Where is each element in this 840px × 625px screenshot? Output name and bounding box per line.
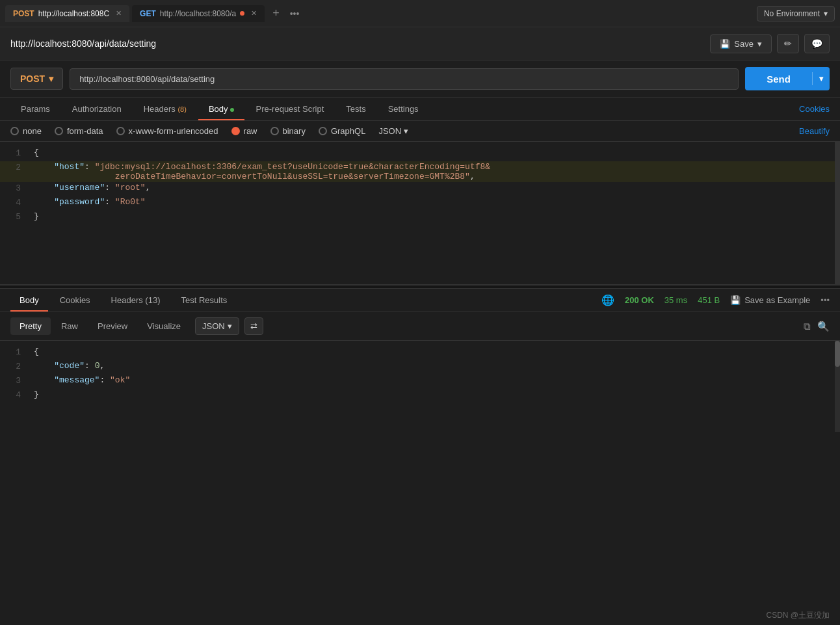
resp-preview-label: Preview (98, 321, 127, 331)
request-tabs: Params Authorization Headers (8) Body Pr… (0, 98, 840, 121)
resp-line-2: 2 "code": 0, (0, 360, 840, 375)
wrap-icon: ⇄ (250, 321, 257, 331)
line-num-2: 2 (0, 162, 31, 172)
resp-code-1: { (31, 347, 840, 356)
send-button[interactable]: Send ▾ (745, 67, 830, 90)
response-format-label: JSON (202, 321, 225, 331)
tab-params[interactable]: Params (10, 98, 60, 120)
tab-authorization-label: Authorization (72, 104, 122, 114)
resp-pretty-tab[interactable]: Pretty (10, 317, 51, 335)
tab-pre-request-label: Pre-request Script (256, 104, 324, 114)
code-content-3: "username": "root", (31, 183, 840, 193)
response-size: 451 B (698, 295, 720, 305)
editor-scrollbar[interactable] (835, 142, 840, 284)
tab-pre-request[interactable]: Pre-request Script (246, 98, 335, 120)
save-chevron: ▾ (757, 39, 762, 49)
tab-get-dot (240, 11, 244, 16)
response-toolbar: Pretty Raw Preview Visualize JSON ▾ ⇄ ⧉ … (0, 312, 840, 341)
code-line-4: 4 "password": "Ro0t" (0, 196, 840, 211)
option-binary-label: binary (283, 126, 306, 136)
resp-tab-body[interactable]: Body (10, 289, 48, 312)
resp-code-4: } (31, 390, 840, 399)
code-line-5: 5 } (0, 211, 840, 225)
radio-raw (231, 127, 240, 135)
resp-preview-tab[interactable]: Preview (88, 317, 137, 335)
tab-headers[interactable]: Headers (8) (133, 98, 197, 120)
resp-tab-test-results[interactable]: Test Results (172, 289, 236, 312)
url-bar-actions: 💾 Save ▾ ✏ 💬 (710, 34, 830, 53)
tab-tests-label: Tests (346, 104, 365, 114)
more-tabs-button[interactable]: ••• (287, 8, 302, 19)
tab-bar-right: No Environment ▾ (757, 6, 835, 21)
tab-get-close[interactable]: ✕ (251, 9, 257, 18)
resp-tab-headers-label: Headers (13) (111, 295, 161, 305)
footer-text: CSDN @土豆没加 (766, 611, 830, 620)
new-tab-button[interactable]: + (267, 7, 285, 20)
comment-button[interactable]: 💬 (804, 34, 830, 53)
resp-raw-tab[interactable]: Raw (52, 317, 87, 335)
copy-response-button[interactable]: ⧉ (804, 321, 811, 332)
environment-selector[interactable]: No Environment ▾ (757, 6, 835, 21)
resp-line-3: 3 "message": "ok" (0, 375, 840, 389)
option-graphql[interactable]: GraphQL (319, 126, 365, 136)
option-binary[interactable]: binary (270, 126, 306, 136)
radio-form-data (55, 127, 63, 135)
option-none-label: none (23, 126, 42, 136)
resp-line-4: 4 } (0, 389, 840, 403)
method-url-row: POST ▾ http://localhost:8080/api/data/se… (0, 60, 840, 98)
tab-post-url: http://localhost:808C (38, 9, 109, 18)
resp-tab-headers[interactable]: Headers (13) (102, 289, 170, 312)
resp-pretty-label: Pretty (20, 321, 42, 331)
resp-code-3: "message": "ok" (31, 375, 840, 385)
tab-settings-label: Settings (388, 104, 419, 114)
tab-authorization[interactable]: Authorization (62, 98, 132, 120)
option-x-www[interactable]: x-www-form-urlencoded (116, 126, 218, 136)
tab-get-url: http://localhost:8080/a (160, 9, 236, 18)
edit-button[interactable]: ✏ (777, 34, 799, 53)
resp-tab-cookies[interactable]: Cookies (51, 289, 99, 312)
response-wrap-button[interactable]: ⇄ (244, 317, 263, 335)
resp-tab-body-label: Body (20, 295, 39, 305)
resp-visualize-label: Visualize (147, 321, 181, 331)
body-format-selector[interactable]: JSON ▾ (378, 126, 408, 136)
tab-tests[interactable]: Tests (335, 98, 376, 120)
code-line-1: 1 { (0, 147, 840, 161)
resp-visualize-tab[interactable]: Visualize (138, 317, 190, 335)
resp-line-num-2: 2 (0, 361, 31, 371)
cookies-link[interactable]: Cookies (799, 104, 830, 114)
tab-post-close[interactable]: ✕ (116, 9, 122, 18)
tab-get[interactable]: GET http://localhost:8080/a ✕ (132, 5, 265, 22)
save-example-button[interactable]: 💾 Save as Example (730, 295, 810, 305)
code-line-3: 3 "username": "root", (0, 182, 840, 196)
request-body-editor[interactable]: 1 { 2 "host": "jdbc:mysql://localhost:33… (0, 142, 840, 285)
option-raw[interactable]: raw (231, 126, 257, 136)
response-format-chevron: ▾ (228, 321, 232, 331)
response-format-selector[interactable]: JSON ▾ (195, 317, 239, 335)
tab-body[interactable]: Body (198, 98, 244, 120)
code-content-4: "password": "Ro0t" (31, 197, 840, 207)
option-form-data[interactable]: form-data (55, 126, 103, 136)
tab-post-method: POST (13, 9, 34, 18)
resp-line-num-3: 3 (0, 375, 31, 386)
comment-icon: 💬 (811, 38, 822, 49)
resp-raw-label: Raw (61, 321, 78, 331)
tab-post[interactable]: POST http://localhost:808C ✕ (5, 5, 129, 22)
beautify-button[interactable]: Beautify (799, 126, 830, 136)
line-num-4: 4 (0, 197, 31, 207)
url-value: http://localhost:8080/api/data/setting (79, 74, 215, 84)
response-more-button[interactable]: ••• (820, 295, 830, 305)
radio-binary (270, 127, 279, 135)
response-status: 🌐 200 OK 35 ms 451 B 💾 Save as Example •… (601, 294, 830, 306)
resp-tab-test-results-label: Test Results (181, 295, 227, 305)
response-icon-actions: ⧉ 🔍 (804, 321, 830, 332)
url-input[interactable]: http://localhost:8080/api/data/setting (70, 68, 739, 90)
tab-get-method: GET (140, 9, 156, 18)
save-button[interactable]: 💾 Save ▾ (710, 34, 772, 53)
search-response-button[interactable]: 🔍 (817, 321, 830, 332)
resp-scrollbar-thumb (835, 341, 840, 367)
resp-scrollbar[interactable] (835, 341, 840, 432)
option-raw-label: raw (244, 126, 257, 136)
tab-settings[interactable]: Settings (378, 98, 429, 120)
option-none[interactable]: none (10, 126, 42, 136)
method-selector[interactable]: POST ▾ (10, 68, 63, 90)
